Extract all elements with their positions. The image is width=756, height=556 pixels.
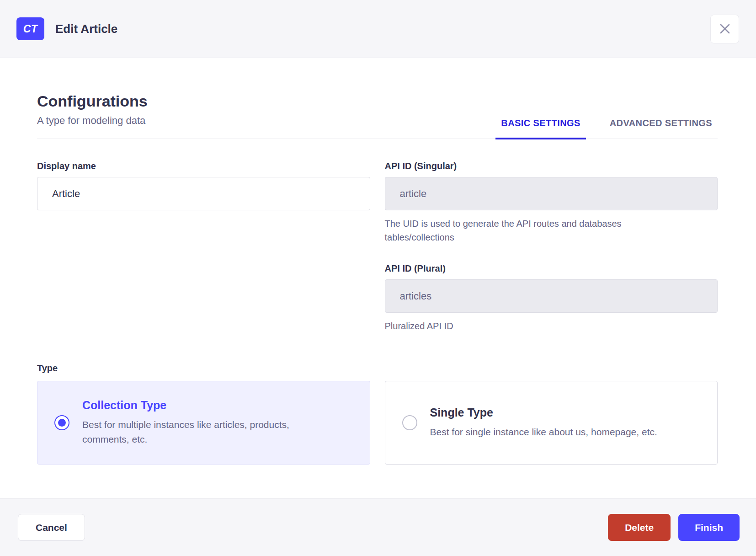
collection-type-text: Collection Type Best for multiple instan…	[82, 399, 338, 447]
delete-button[interactable]: Delete	[608, 514, 671, 541]
type-label: Type	[37, 363, 718, 374]
display-name-label: Display name	[37, 161, 370, 171]
collection-type-title: Collection Type	[82, 399, 338, 412]
display-name-input[interactable]	[37, 177, 370, 210]
edit-article-modal: CT Edit Article Configurations A type fo…	[0, 0, 756, 556]
footer-actions: Delete Finish	[608, 514, 740, 541]
finish-button[interactable]: Finish	[678, 514, 740, 541]
modal-title: Edit Article	[55, 22, 117, 36]
radio-unselected-icon[interactable]	[402, 415, 417, 430]
configuration-form: Display name API ID (Singular) The UID i…	[37, 161, 718, 333]
settings-tabs: BASIC SETTINGS ADVANCED SETTINGS	[495, 118, 718, 139]
page-subtitle: A type for modeling data	[37, 115, 148, 127]
api-id-plural-input	[385, 279, 718, 313]
radio-selected-icon[interactable]	[54, 415, 69, 430]
api-id-singular-input	[385, 177, 718, 210]
page-title: Configurations	[37, 92, 148, 110]
section-titles: Configurations A type for modeling data	[37, 92, 148, 139]
single-type-description: Best for single instance like about us, …	[430, 425, 657, 439]
api-id-plural-hint: Pluralized API ID	[385, 319, 677, 333]
type-options: Collection Type Best for multiple instan…	[37, 381, 718, 465]
modal-body: Configurations A type for modeling data …	[0, 58, 756, 498]
tab-basic-settings[interactable]: BASIC SETTINGS	[495, 118, 586, 139]
tab-advanced-settings[interactable]: ADVANCED SETTINGS	[604, 118, 718, 139]
collection-type-description: Best for multiple instances like article…	[82, 417, 338, 447]
modal-header: CT Edit Article	[0, 0, 756, 58]
api-id-singular-hint: The UID is used to generate the API rout…	[385, 217, 677, 244]
single-type-text: Single Type Best for single instance lik…	[430, 406, 657, 439]
api-id-singular-field-block: API ID (Singular) The UID is used to gen…	[385, 161, 718, 244]
single-type-title: Single Type	[430, 406, 657, 419]
display-name-field-block: Display name	[37, 161, 370, 333]
api-id-plural-field-block: API ID (Plural) Pluralized API ID	[385, 263, 718, 333]
collection-type-option[interactable]: Collection Type Best for multiple instan…	[37, 381, 370, 465]
close-button[interactable]	[710, 15, 739, 43]
section-head: Configurations A type for modeling data …	[37, 92, 718, 139]
api-id-singular-label: API ID (Singular)	[385, 161, 718, 171]
api-id-plural-label: API ID (Plural)	[385, 263, 718, 274]
single-type-option[interactable]: Single Type Best for single instance lik…	[385, 381, 718, 465]
close-icon	[719, 23, 731, 35]
modal-footer: Cancel Delete Finish	[0, 498, 756, 556]
cancel-button[interactable]: Cancel	[18, 514, 85, 541]
api-id-column: API ID (Singular) The UID is used to gen…	[385, 161, 718, 333]
content-type-badge-icon: CT	[16, 17, 44, 40]
